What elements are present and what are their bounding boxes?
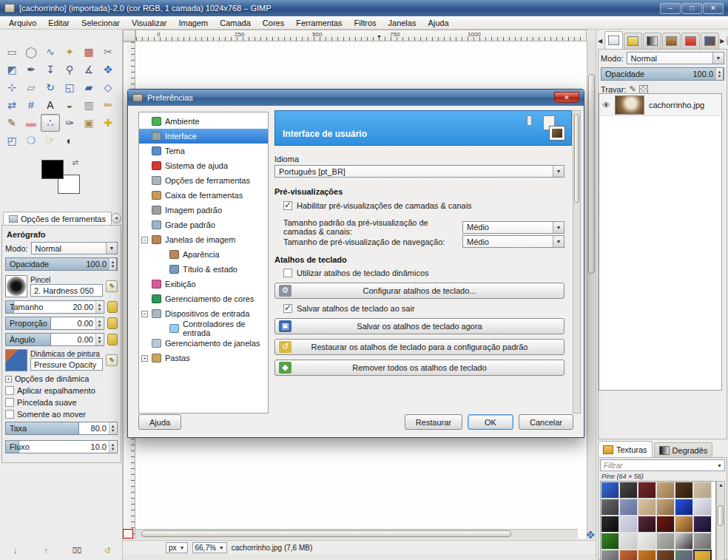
tool-smudge[interactable]: ☞ [41, 132, 60, 149]
tool-move[interactable]: ✥ [98, 61, 118, 78]
tool-scale[interactable]: ◱ [60, 78, 79, 96]
tool-cage-transform[interactable]: # [21, 96, 41, 114]
close-button[interactable]: ✕ [703, 3, 724, 14]
spinner-icon[interactable]: ▲▼ [109, 258, 116, 270]
motion-only-checkbox[interactable] [5, 410, 14, 419]
menu-visualizar[interactable]: Visualizar [126, 18, 173, 28]
lock-alpha-icon[interactable] [639, 85, 648, 94]
tool-foreground-select[interactable]: ◩ [2, 61, 21, 78]
menu-imagem[interactable]: Imagem [173, 18, 215, 28]
prefs-tree-interface[interactable]: Interface [139, 129, 268, 144]
restore-button[interactable]: Restaurar [405, 414, 462, 430]
pattern-swatch[interactable] [619, 499, 638, 516]
tool-bucket-fill[interactable]: ◒ [60, 96, 79, 114]
pattern-swatch[interactable] [601, 482, 619, 499]
pattern-swatch[interactable] [619, 516, 638, 533]
tool-airbrush[interactable]: ∴ [41, 114, 60, 132]
tab-colors[interactable] [681, 33, 700, 49]
restore-tool-options-icon[interactable]: ↑ [40, 545, 52, 557]
pattern-swatch[interactable] [656, 516, 675, 533]
mode-select[interactable]: Normal ▼ [31, 242, 118, 254]
tool-blur-sharpen[interactable]: ❍ [21, 132, 41, 149]
tool-text[interactable]: A [41, 96, 60, 114]
tool-color-picker[interactable]: ↧ [41, 61, 60, 78]
tab-gradients[interactable]: Degradês [654, 442, 713, 457]
tool-shear[interactable]: ▰ [79, 78, 98, 96]
pattern-swatch[interactable] [693, 516, 712, 533]
spinner-icon[interactable]: ▲▼ [95, 334, 103, 345]
prefs-tree-exibicao[interactable]: Exibição [139, 277, 268, 291]
menu-cores[interactable]: Cores [257, 18, 290, 28]
chevron-down-icon[interactable]: ▼ [553, 236, 564, 247]
visibility-eye-icon[interactable]: 👁 [602, 101, 610, 109]
prefs-tree-imagem-padrao[interactable]: Imagem padrão [139, 203, 268, 217]
dialog-titlebar[interactable]: Preferências [128, 90, 584, 106]
quickmask-toggle[interactable] [123, 529, 133, 539]
tab-layers[interactable] [604, 31, 623, 49]
save-tool-options-icon[interactable]: ↓ [10, 545, 21, 557]
pattern-swatch[interactable] [656, 499, 675, 516]
pattern-swatch[interactable] [601, 499, 619, 516]
size-slider[interactable]: Tamanho 20.00 ▲▼ [5, 300, 104, 314]
pattern-scrollbar[interactable]: ▲▼ [716, 481, 725, 560]
pattern-swatch[interactable] [619, 550, 638, 560]
pattern-swatch[interactable] [675, 499, 693, 516]
pattern-swatch[interactable] [619, 482, 638, 499]
prefs-tree-caixa-de-ferramentas[interactable]: Caixa de ferramentas [139, 188, 268, 203]
prefs-tree-sistema-de-ajuda[interactable]: Sistema de ajuda [139, 158, 268, 173]
chevron-down-icon[interactable]: ▼ [553, 222, 564, 233]
tool-perspective-clone[interactable]: ◰ [2, 132, 21, 149]
tool-crop[interactable]: ▱ [21, 78, 41, 96]
pattern-filter-input[interactable]: Filtrar▼ [600, 459, 725, 471]
pattern-swatch[interactable] [656, 550, 675, 560]
language-select[interactable]: Português [pt_BR] ▼ [274, 165, 564, 178]
tool-measure[interactable]: ∡ [79, 61, 98, 78]
save-shortcuts-now-button[interactable]: ▣ Salvar os atalhos de teclado agora [274, 318, 564, 334]
tool-dodge-burn[interactable]: ◐ [60, 132, 79, 149]
chevron-down-icon[interactable]: ▼ [712, 53, 724, 64]
menu-janelas[interactable]: Janelas [382, 18, 422, 28]
tool-zoom[interactable]: ⚲ [60, 61, 79, 78]
pattern-swatch[interactable] [656, 533, 675, 550]
chevron-down-icon[interactable]: ▼ [553, 166, 564, 177]
tool-heal[interactable]: ✚ [98, 114, 118, 132]
tool-rotate[interactable]: ↻ [41, 78, 60, 96]
layer-row[interactable]: 👁 cachorrinho.jpg [599, 94, 721, 116]
fg-bg-color-widget[interactable]: ⇄ [41, 160, 80, 194]
tool-select-by-color[interactable]: ▦ [79, 43, 98, 61]
pattern-swatch[interactable] [675, 550, 693, 560]
reset-tool-options-icon[interactable]: ↺ [101, 545, 113, 557]
tabs-scroll-right-icon[interactable]: ▶ [720, 38, 726, 49]
tab-gradients[interactable] [643, 33, 661, 49]
cancel-button[interactable]: Cancelar [519, 414, 573, 430]
tool-gradient[interactable]: ▥ [79, 96, 98, 114]
menu-selecionar[interactable]: Selecionar [75, 18, 126, 28]
nav-size-select[interactable]: Médio ▼ [462, 235, 564, 248]
apply-jitter-checkbox[interactable] [5, 386, 14, 395]
restore-shortcuts-button[interactable]: ↺ Restaurar os atalhos de teclado para a… [274, 339, 564, 355]
configure-shortcuts-button[interactable]: ⚙ Configurar atalhos de teclado... [274, 283, 564, 299]
swap-colors-icon[interactable]: ⇄ [73, 158, 78, 166]
zoom-select[interactable]: 66,7%▼ [192, 542, 227, 553]
spinner-icon[interactable]: ▲▼ [109, 422, 116, 434]
pattern-swatch[interactable] [619, 533, 638, 550]
dynamics-options-expander[interactable]: + [5, 376, 12, 382]
menu-camada[interactable]: Camada [214, 18, 257, 28]
prefs-tree-ambiente[interactable]: Ambiente [139, 114, 268, 129]
pattern-swatch[interactable] [693, 482, 712, 499]
tool-ellipse-select[interactable]: ◯ [21, 43, 41, 61]
tool-ink[interactable]: ✑ [60, 114, 79, 132]
tool-rectangle-select[interactable]: ▭ [2, 43, 21, 61]
save-shortcuts-checkbox[interactable] [283, 304, 292, 313]
link-size-icon[interactable] [107, 301, 118, 313]
tool-paths[interactable]: ✒ [21, 61, 41, 78]
chevron-down-icon[interactable]: ▼ [106, 243, 117, 254]
prefs-tree-grade-padrao[interactable]: Grade padrão [139, 217, 268, 232]
ruler-corner[interactable] [123, 30, 135, 41]
spinner-icon[interactable]: ▲▼ [109, 441, 116, 453]
tab-patterns[interactable] [701, 33, 719, 49]
menu-editar[interactable]: Editar [42, 18, 75, 28]
pattern-swatch[interactable] [601, 550, 619, 560]
aspect-slider[interactable]: Proporção 0.00 ▲▼ [5, 317, 104, 330]
tool-paintbrush[interactable]: ✎ [2, 114, 21, 132]
